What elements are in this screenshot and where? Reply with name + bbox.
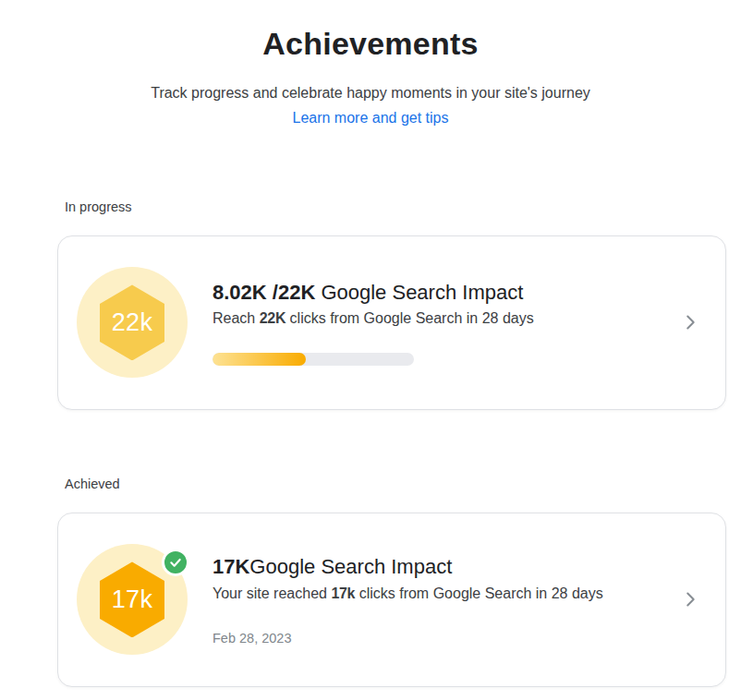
badge-halo: 22k [77,267,188,378]
chevron-right-icon[interactable] [679,311,701,333]
progress-fill [213,353,306,366]
achievement-badge-22k: 22k [77,267,188,378]
achievement-date: Feb 28, 2023 [213,631,668,646]
achieved-section: Achieved 17k 17KGoogle Search Impact [57,477,726,687]
desc-value: 17k [331,585,355,601]
progress-bar [213,353,414,366]
page-title: Achievements [0,25,741,63]
learn-more-link[interactable]: Learn more and get tips [293,110,449,127]
achievement-card-achieved[interactable]: 17k 17KGoogle Search Impact Your site re… [57,513,726,687]
in-progress-section: In progress 22k 8.02K /22K Google Search… [57,199,726,410]
desc-suffix: clicks from Google Search in 28 days [355,585,603,601]
checkmark-icon [162,549,189,576]
card-title-progress-value: 8.02K /22K [213,281,315,304]
card-description: Reach 22K clicks from Google Search in 2… [213,309,668,329]
card-body: 17KGoogle Search Impact Your site reache… [213,554,668,645]
desc-suffix: clicks from Google Search in 28 days [285,310,534,326]
card-title-rest: Google Search Impact [315,281,523,304]
card-title: 17KGoogle Search Impact [213,554,668,580]
desc-prefix: Reach [213,310,260,326]
badge-value: 17k [112,585,152,614]
card-body: 8.02K /22K Google Search Impact Reach 22… [213,280,668,366]
chevron-right-icon[interactable] [679,588,701,610]
hexagon-badge-icon: 17k [100,561,164,637]
section-label-in-progress: In progress [65,199,726,214]
card-title-rest: Google Search Impact [249,555,452,578]
card-description: Your site reached 17k clicks from Google… [213,585,668,604]
section-label-achieved: Achieved [65,477,726,491]
card-title: 8.02K /22K Google Search Impact [213,280,668,306]
page-subtitle: Track progress and celebrate happy momen… [0,84,741,102]
badge-value: 22k [112,308,152,337]
hexagon-badge-icon: 22k [100,284,164,360]
achievement-card-in-progress[interactable]: 22k 8.02K /22K Google Search Impact Reac… [57,235,726,410]
desc-prefix: Your site reached [213,585,331,601]
page-header: Achievements Track progress and celebrat… [0,0,741,127]
desc-value: 22K [260,310,285,326]
card-title-achieved-value: 17K [213,555,249,578]
achievements-page: Achievements Track progress and celebrat… [0,0,741,700]
achievement-badge-17k: 17k [77,544,188,655]
